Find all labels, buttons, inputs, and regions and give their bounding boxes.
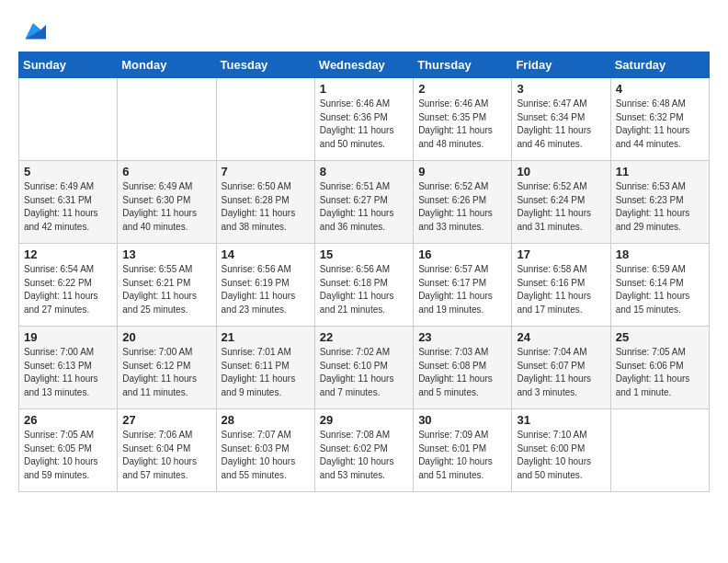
calendar-cell: 28Sunrise: 7:07 AM Sunset: 6:03 PM Dayli… xyxy=(216,409,314,492)
day-number: 21 xyxy=(222,330,310,344)
day-info: Sunrise: 7:01 AM Sunset: 6:11 PM Dayligh… xyxy=(222,346,310,399)
calendar-cell: 8Sunrise: 6:51 AM Sunset: 6:27 PM Daylig… xyxy=(314,161,413,244)
day-info: Sunrise: 6:51 AM Sunset: 6:27 PM Dayligh… xyxy=(320,180,408,234)
calendar-cell: 20Sunrise: 7:00 AM Sunset: 6:12 PM Dayli… xyxy=(118,327,216,409)
calendar-cell: 24Sunrise: 7:04 AM Sunset: 6:07 PM Dayli… xyxy=(512,327,610,409)
calendar-cell: 5Sunrise: 6:49 AM Sunset: 6:31 PM Daylig… xyxy=(19,161,118,244)
day-info: Sunrise: 6:52 AM Sunset: 6:24 PM Dayligh… xyxy=(517,180,605,234)
calendar-cell: 11Sunrise: 6:53 AM Sunset: 6:23 PM Dayli… xyxy=(610,161,709,244)
day-number: 6 xyxy=(122,165,210,178)
day-number: 12 xyxy=(24,247,112,261)
calendar-cell xyxy=(118,78,216,161)
day-number: 13 xyxy=(122,247,210,261)
day-info: Sunrise: 6:56 AM Sunset: 6:19 PM Dayligh… xyxy=(222,263,310,316)
calendar-cell: 18Sunrise: 6:59 AM Sunset: 6:14 PM Dayli… xyxy=(610,244,709,327)
day-number: 18 xyxy=(616,247,704,261)
day-info: Sunrise: 7:08 AM Sunset: 6:02 PM Dayligh… xyxy=(320,429,408,482)
calendar-cell: 17Sunrise: 6:58 AM Sunset: 6:16 PM Dayli… xyxy=(512,244,610,327)
day-number: 16 xyxy=(418,247,506,261)
day-info: Sunrise: 7:09 AM Sunset: 6:01 PM Dayligh… xyxy=(418,429,506,482)
day-info: Sunrise: 7:05 AM Sunset: 6:05 PM Dayligh… xyxy=(24,429,112,482)
day-number: 19 xyxy=(24,330,112,344)
calendar-week-row: 12Sunrise: 6:54 AM Sunset: 6:22 PM Dayli… xyxy=(19,244,710,327)
calendar-cell: 10Sunrise: 6:52 AM Sunset: 6:24 PM Dayli… xyxy=(512,161,610,244)
day-number: 26 xyxy=(24,413,112,427)
logo-icon xyxy=(20,18,46,44)
day-number: 3 xyxy=(517,82,605,96)
day-info: Sunrise: 7:03 AM Sunset: 6:08 PM Dayligh… xyxy=(418,346,506,399)
weekday-header-wednesday: Wednesday xyxy=(314,52,413,78)
day-info: Sunrise: 6:47 AM Sunset: 6:34 PM Dayligh… xyxy=(517,98,605,151)
day-info: Sunrise: 7:06 AM Sunset: 6:04 PM Dayligh… xyxy=(122,429,210,482)
calendar-cell: 7Sunrise: 6:50 AM Sunset: 6:28 PM Daylig… xyxy=(216,161,314,244)
day-info: Sunrise: 6:54 AM Sunset: 6:22 PM Dayligh… xyxy=(24,263,112,316)
page-header xyxy=(18,18,710,44)
day-number: 15 xyxy=(320,247,408,261)
calendar-cell: 9Sunrise: 6:52 AM Sunset: 6:26 PM Daylig… xyxy=(414,161,512,244)
calendar-cell: 30Sunrise: 7:09 AM Sunset: 6:01 PM Dayli… xyxy=(414,409,512,492)
calendar-header-row: SundayMondayTuesdayWednesdayThursdayFrid… xyxy=(19,52,710,78)
calendar-cell: 4Sunrise: 6:48 AM Sunset: 6:32 PM Daylig… xyxy=(610,78,709,161)
calendar-cell: 19Sunrise: 7:00 AM Sunset: 6:13 PM Dayli… xyxy=(19,327,118,409)
weekday-header-friday: Friday xyxy=(512,52,610,78)
day-info: Sunrise: 7:10 AM Sunset: 6:00 PM Dayligh… xyxy=(517,429,605,482)
day-number: 4 xyxy=(616,82,704,96)
day-number: 5 xyxy=(24,165,112,178)
day-info: Sunrise: 7:00 AM Sunset: 6:13 PM Dayligh… xyxy=(24,346,112,399)
day-info: Sunrise: 6:49 AM Sunset: 6:31 PM Dayligh… xyxy=(24,180,112,234)
day-number: 22 xyxy=(320,330,408,344)
day-info: Sunrise: 7:07 AM Sunset: 6:03 PM Dayligh… xyxy=(222,429,310,482)
day-info: Sunrise: 6:53 AM Sunset: 6:23 PM Dayligh… xyxy=(616,180,704,234)
day-info: Sunrise: 6:50 AM Sunset: 6:28 PM Dayligh… xyxy=(222,180,310,234)
calendar-week-row: 1Sunrise: 6:46 AM Sunset: 6:36 PM Daylig… xyxy=(19,78,710,161)
calendar-cell xyxy=(19,78,118,161)
calendar-cell: 21Sunrise: 7:01 AM Sunset: 6:11 PM Dayli… xyxy=(216,327,314,409)
calendar-cell: 16Sunrise: 6:57 AM Sunset: 6:17 PM Dayli… xyxy=(414,244,512,327)
calendar-cell: 23Sunrise: 7:03 AM Sunset: 6:08 PM Dayli… xyxy=(414,327,512,409)
calendar-cell: 26Sunrise: 7:05 AM Sunset: 6:05 PM Dayli… xyxy=(19,409,118,492)
day-number: 28 xyxy=(222,413,310,427)
calendar-cell xyxy=(610,409,709,492)
day-info: Sunrise: 6:56 AM Sunset: 6:18 PM Dayligh… xyxy=(320,263,408,316)
day-number: 24 xyxy=(517,330,605,344)
calendar-cell: 6Sunrise: 6:49 AM Sunset: 6:30 PM Daylig… xyxy=(118,161,216,244)
day-info: Sunrise: 6:57 AM Sunset: 6:17 PM Dayligh… xyxy=(418,263,506,316)
day-info: Sunrise: 6:55 AM Sunset: 6:21 PM Dayligh… xyxy=(122,263,210,316)
calendar-cell: 25Sunrise: 7:05 AM Sunset: 6:06 PM Dayli… xyxy=(610,327,709,409)
day-number: 14 xyxy=(222,247,310,261)
day-number: 17 xyxy=(517,247,605,261)
day-info: Sunrise: 7:02 AM Sunset: 6:10 PM Dayligh… xyxy=(320,346,408,399)
day-info: Sunrise: 6:48 AM Sunset: 6:32 PM Dayligh… xyxy=(616,98,704,151)
day-info: Sunrise: 7:05 AM Sunset: 6:06 PM Dayligh… xyxy=(616,346,704,399)
calendar-cell: 29Sunrise: 7:08 AM Sunset: 6:02 PM Dayli… xyxy=(314,409,413,492)
calendar-cell: 22Sunrise: 7:02 AM Sunset: 6:10 PM Dayli… xyxy=(314,327,413,409)
calendar-cell: 1Sunrise: 6:46 AM Sunset: 6:36 PM Daylig… xyxy=(314,78,413,161)
day-info: Sunrise: 6:59 AM Sunset: 6:14 PM Dayligh… xyxy=(616,263,704,316)
day-number: 20 xyxy=(122,330,210,344)
weekday-header-tuesday: Tuesday xyxy=(216,52,314,78)
calendar-cell: 31Sunrise: 7:10 AM Sunset: 6:00 PM Dayli… xyxy=(512,409,610,492)
day-number: 8 xyxy=(320,165,408,178)
day-number: 2 xyxy=(418,82,506,96)
calendar-cell: 15Sunrise: 6:56 AM Sunset: 6:18 PM Dayli… xyxy=(314,244,413,327)
day-number: 1 xyxy=(320,82,408,96)
day-info: Sunrise: 7:04 AM Sunset: 6:07 PM Dayligh… xyxy=(517,346,605,399)
calendar-cell: 13Sunrise: 6:55 AM Sunset: 6:21 PM Dayli… xyxy=(118,244,216,327)
day-number: 7 xyxy=(222,165,310,178)
day-info: Sunrise: 6:58 AM Sunset: 6:16 PM Dayligh… xyxy=(517,263,605,316)
weekday-header-sunday: Sunday xyxy=(19,52,118,78)
weekday-header-saturday: Saturday xyxy=(610,52,709,78)
logo xyxy=(18,18,46,44)
calendar-cell xyxy=(216,78,314,161)
day-number: 31 xyxy=(517,413,605,427)
calendar-table: SundayMondayTuesdayWednesdayThursdayFrid… xyxy=(18,52,710,492)
day-number: 10 xyxy=(517,165,605,178)
calendar-cell: 14Sunrise: 6:56 AM Sunset: 6:19 PM Dayli… xyxy=(216,244,314,327)
calendar-week-row: 5Sunrise: 6:49 AM Sunset: 6:31 PM Daylig… xyxy=(19,161,710,244)
day-number: 29 xyxy=(320,413,408,427)
weekday-header-monday: Monday xyxy=(118,52,216,78)
day-number: 27 xyxy=(122,413,210,427)
day-number: 23 xyxy=(418,330,506,344)
day-number: 30 xyxy=(418,413,506,427)
calendar-cell: 12Sunrise: 6:54 AM Sunset: 6:22 PM Dayli… xyxy=(19,244,118,327)
